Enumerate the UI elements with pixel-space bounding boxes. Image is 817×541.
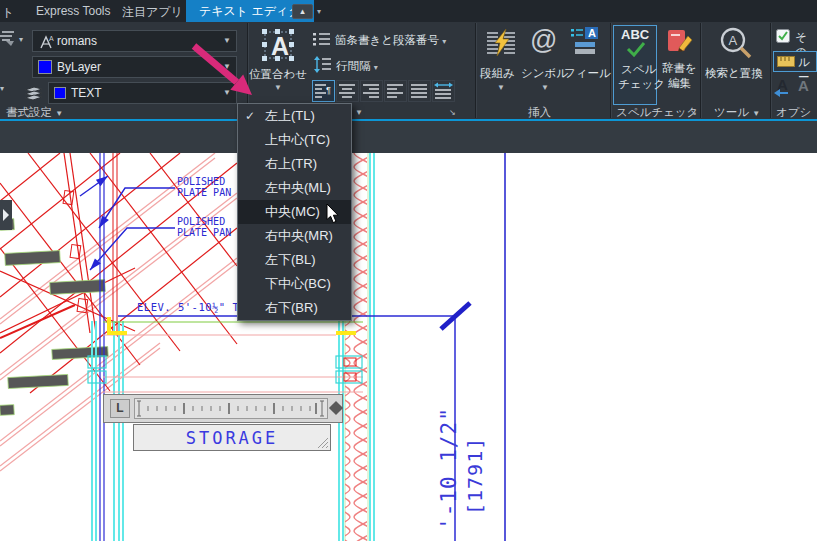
panel-separator — [700, 23, 701, 118]
check-icon: ✓ — [245, 104, 255, 128]
mtext-edit-box[interactable]: STORAGE — [133, 424, 331, 451]
more-formats-icon[interactable]: ▾ — [0, 84, 4, 93]
mtext-ruler[interactable]: L — [103, 394, 343, 423]
edit-dictionaries-button[interactable]: 辞書を 編集 — [659, 25, 699, 105]
tab-express-tools[interactable]: Express Tools — [36, 4, 110, 18]
columns-button[interactable]: 段組み ▼ — [476, 25, 526, 105]
abc-icon: ABC — [621, 27, 649, 42]
mtext-content[interactable]: STORAGE — [134, 428, 330, 448]
format-panel-label[interactable]: 書式設定 ▼ — [6, 105, 63, 120]
field-button[interactable]: A フィールド — [562, 25, 608, 105]
paragraph-panel-launcher-icon[interactable]: ↘ — [449, 105, 456, 117]
svg-text:A: A — [798, 77, 809, 94]
text-color-value: ByLayer — [57, 57, 101, 77]
svg-text:A: A — [271, 32, 289, 60]
ribbon-collapse-icon[interactable]: ▴ — [292, 4, 313, 19]
chevron-down-icon: ▼ — [497, 83, 505, 92]
annotation-arrow — [185, 38, 260, 100]
ruler-width-handle[interactable] — [329, 401, 343, 415]
panel-separator — [770, 23, 771, 118]
drawing-canvas[interactable]: POLISHEDPLATE PAN POLISHEDPLATE PAN ELEV… — [0, 153, 817, 541]
chevron-down-icon: ▾ — [442, 37, 446, 46]
chevron-down-icon: ▼ — [541, 83, 549, 92]
ruler-icon — [777, 56, 795, 67]
mask-background-icon[interactable]: ▾ — [0, 28, 28, 48]
symbol-button[interactable]: @ シンボル ▼ — [520, 25, 568, 105]
leader-note-1[interactable]: POLISHEDPLATE PAN — [177, 176, 231, 198]
menu-item-top-left[interactable]: ✓左上(TL) — [238, 104, 351, 128]
ruler-strip[interactable] — [134, 398, 328, 419]
chevron-down-icon: ▼ — [274, 83, 282, 92]
menu-item-top-right[interactable]: 右上(TR) — [238, 152, 351, 176]
dimension-imperial[interactable]: '-10 1/2" — [437, 407, 461, 530]
tools-panel-label[interactable]: ツール ▼ — [714, 105, 760, 120]
layer-value: TEXT — [71, 83, 102, 103]
svg-text:A: A — [588, 27, 596, 39]
default-distribute-button[interactable] — [432, 80, 455, 102]
menu-item-bottom-left[interactable]: 左下(BL) — [238, 248, 351, 272]
svg-text:A: A — [729, 33, 738, 48]
ribbon-collapse-options-icon[interactable]: ▾ — [317, 7, 321, 16]
svg-text:▾: ▾ — [19, 35, 23, 44]
menu-item-bottom-right[interactable]: 右下(BR) — [238, 296, 351, 320]
paragraph-panel-dropdown-icon[interactable]: ▼ — [355, 105, 363, 117]
svg-text:A: A — [49, 35, 54, 42]
cad-drawing — [0, 153, 817, 541]
justification-icon: A — [261, 28, 295, 64]
dictionary-icon — [666, 27, 694, 55]
chevron-down-icon: ▼ — [752, 109, 760, 118]
tab-stop-button[interactable]: L — [110, 399, 130, 418]
match-case-icons[interactable]: A A — [774, 75, 817, 97]
menu-item-bottom-center[interactable]: 下中心(BC) — [238, 272, 351, 296]
autocad-window: ト Express Tools 注目アプリ テキスト エディタ ▴ ▾ ▾ ▾ … — [0, 0, 817, 541]
elevation-note[interactable]: ELEV. 5'-10½" TOP — [137, 301, 253, 313]
columns-icon — [486, 28, 516, 58]
at-symbol-icon: @ — [530, 25, 557, 56]
spell-panel-launcher-icon[interactable]: ↘ — [690, 105, 697, 117]
align-left-button[interactable]: ¶ — [312, 80, 335, 102]
dimension-metric[interactable]: [1791] — [463, 437, 487, 515]
resize-handle-icon[interactable] — [316, 437, 329, 449]
tab-partial[interactable]: ト — [2, 4, 14, 21]
color-swatch-blue — [38, 60, 52, 74]
ruler-toggle-button[interactable]: ルー — [773, 51, 817, 72]
tab-featured-apps[interactable]: 注目アプリ — [122, 4, 183, 21]
ribbon-accent-line — [0, 119, 817, 121]
distribute-button[interactable] — [408, 80, 431, 102]
text-style-value: romans — [57, 31, 97, 51]
find-replace-icon: A — [718, 26, 754, 62]
bullets-numbering-button[interactable]: 箇条書きと段落番号 ▾ — [335, 33, 446, 48]
options-panel-label: オプシ — [776, 105, 811, 120]
svg-text:¶: ¶ — [326, 85, 331, 95]
justify-button[interactable] — [384, 80, 407, 102]
leader-note-2[interactable]: POLISHEDPLATE PAN — [177, 216, 231, 238]
menu-item-middle-right[interactable]: 右中央(MR) — [238, 224, 351, 248]
checkbox-checked-icon[interactable] — [776, 29, 791, 44]
bullets-numbering-icon — [313, 31, 331, 47]
layers-icon — [22, 84, 46, 102]
chevron-down-icon: ▼ — [55, 109, 63, 118]
line-spacing-button[interactable]: 行間隔 ▾ — [336, 59, 378, 74]
layer-color-swatch — [54, 87, 66, 99]
menu-item-top-center[interactable]: 上中心(TC) — [238, 128, 351, 152]
align-right-button[interactable] — [360, 80, 383, 102]
find-replace-button[interactable]: A 検索と置換 — [703, 25, 768, 105]
text-style-icon: A — [37, 34, 55, 50]
insert-panel-label: 挿入 — [528, 105, 551, 120]
spell-panel-label: スペルチェック — [616, 105, 698, 120]
mouse-cursor — [326, 203, 342, 224]
menu-item-middle-left[interactable]: 左中央(ML) — [238, 176, 351, 200]
spell-check-button[interactable]: ABC スペル チェック — [613, 25, 657, 105]
field-icon: A — [570, 27, 600, 57]
line-spacing-icon — [314, 56, 332, 73]
ribbon-tab-bar: ト Express Tools 注目アプリ テキスト エディタ ▴ ▾ — [0, 0, 817, 22]
chevron-down-icon: ▾ — [374, 63, 378, 72]
check-icon — [626, 41, 646, 57]
align-center-button[interactable] — [336, 80, 359, 102]
